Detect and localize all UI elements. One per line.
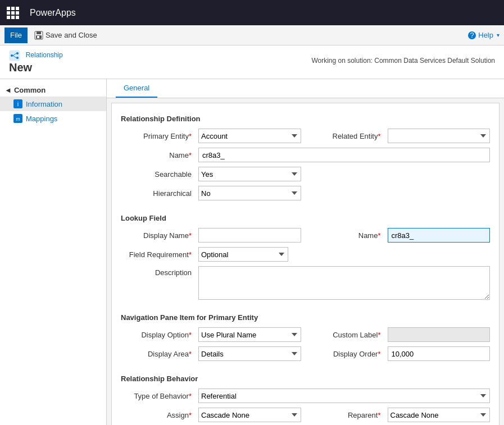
col-description: Description: [121, 266, 490, 300]
row-searchable: Searchable Yes No: [121, 167, 490, 181]
primary-entity-select[interactable]: Account: [198, 129, 301, 143]
row-primary-related-entity: Primary Entity* Account Related Entity*: [121, 129, 490, 143]
type-of-behavior-select[interactable]: Referential Parental Configurable Cascad…: [198, 389, 490, 403]
display-name-label: Display Name*: [121, 231, 194, 240]
row-field-requirement: Field Requirement* Optional Required Rec…: [121, 247, 490, 262]
col-field-requirement: Field Requirement* Optional Required Rec…: [121, 247, 301, 262]
col-name: Name*: [121, 148, 490, 162]
col-display-name: Display Name*: [121, 228, 301, 243]
field-requirement-label: Field Requirement*: [121, 250, 194, 259]
page-body: ◄ Common Information Mappings General Re…: [0, 79, 504, 425]
searchable-select[interactable]: Yes No: [198, 167, 301, 181]
section-chevron: ◄: [4, 86, 12, 94]
form-area: Relationship Definition Primary Entity* …: [111, 103, 500, 425]
related-entity-wrap: [388, 129, 491, 143]
tab-general[interactable]: General: [116, 79, 157, 98]
row-display-area-order: Display Area* Details Sales Service Mark…: [121, 346, 490, 361]
relationship-icon: [9, 50, 20, 61]
save-icon: [34, 31, 43, 40]
command-bar: File Save and Close ? Help ▾: [0, 25, 504, 45]
reparent-label: Reparent*: [310, 411, 383, 419]
name-label: Name*: [121, 151, 194, 159]
sidebar: ◄ Common Information Mappings: [0, 79, 107, 425]
custom-label-input[interactable]: [388, 327, 491, 342]
svg-rect-1: [37, 31, 41, 34]
hierarchical-label: Hierarchical: [121, 189, 194, 198]
lookup-name-label: Name*: [310, 231, 383, 240]
information-icon: [13, 99, 22, 108]
display-area-label: Display Area*: [121, 350, 194, 358]
description-label: Description: [121, 266, 194, 277]
row-name: Name*: [121, 148, 490, 162]
row-display-name-name: Display Name* Name*: [121, 228, 490, 243]
reparent-select[interactable]: Cascade None Cascade All: [388, 408, 491, 422]
row-hierarchical: Hierarchical No Yes: [121, 186, 490, 200]
col-custom-label: Custom Label*: [310, 327, 491, 342]
row-type-of-behavior: Type of Behavior* Referential Parental C…: [121, 389, 490, 403]
breadcrumb-area: Relationship New: [9, 50, 63, 74]
col-display-area: Display Area* Details Sales Service Mark…: [121, 346, 301, 361]
page-title: New: [9, 61, 63, 74]
assign-label: Assign*: [121, 411, 194, 419]
help-chevron: ▾: [497, 32, 500, 38]
breadcrumb-label[interactable]: Relationship: [26, 51, 63, 59]
lookup-display-name-input[interactable]: [198, 228, 301, 243]
app-title: PowerApps: [25, 8, 76, 18]
save-close-button[interactable]: Save and Close: [30, 29, 102, 42]
lookup-name-input[interactable]: [388, 228, 491, 243]
primary-entity-label: Primary Entity*: [121, 132, 194, 140]
svg-rect-3: [37, 36, 39, 38]
sidebar-item-mappings[interactable]: Mappings: [0, 111, 106, 126]
col-related-entity: Related Entity*: [310, 129, 491, 143]
assign-select[interactable]: Cascade None Cascade All: [198, 408, 301, 422]
primary-entity-wrap: Account: [198, 129, 301, 143]
svg-point-7: [11, 54, 13, 57]
col-hierarchical: Hierarchical No Yes: [121, 186, 301, 200]
custom-label-label: Custom Label*: [310, 331, 383, 339]
section-navigation-pane: Navigation Pane Item for Primary Entity: [121, 313, 490, 322]
svg-point-9: [16, 57, 19, 59]
help-icon: ?: [467, 31, 476, 40]
related-entity-label: Related Entity*: [310, 132, 383, 140]
hierarchical-select[interactable]: No Yes: [198, 186, 301, 200]
row-display-option-custom-label: Display Option* Use Plural Name Use Cust…: [121, 327, 490, 342]
col-searchable: Searchable Yes No: [121, 167, 301, 181]
row-description: Description: [121, 266, 490, 300]
waffle-button[interactable]: [0, 0, 25, 25]
display-order-input[interactable]: [388, 346, 491, 361]
searchable-label: Searchable: [121, 170, 194, 179]
col-type-of-behavior: Type of Behavior* Referential Parental C…: [121, 389, 490, 403]
cmd-left: File Save and Close: [4, 28, 102, 43]
col-assign: Assign* Cascade None Cascade All: [121, 408, 301, 422]
mappings-icon: [13, 114, 22, 123]
related-entity-select[interactable]: [388, 129, 491, 143]
col-display-order: Display Order*: [310, 346, 491, 361]
page-header: Relationship New Working on solution: Co…: [0, 45, 504, 79]
name-input[interactable]: [198, 148, 490, 162]
section-lookup-field: Lookup Field: [121, 214, 490, 222]
col-primary-entity: Primary Entity* Account: [121, 129, 301, 143]
svg-point-8: [16, 52, 19, 54]
display-order-label: Display Order*: [310, 350, 383, 358]
display-option-select[interactable]: Use Plural Name Use Custom Label Do Not …: [198, 327, 301, 342]
file-button[interactable]: File: [4, 28, 28, 43]
section-relationship-definition: Relationship Definition: [121, 115, 490, 123]
display-option-label: Display Option*: [121, 331, 194, 339]
main-content: General Relationship Definition Primary …: [107, 79, 504, 425]
col-reparent: Reparent* Cascade None Cascade All: [310, 408, 491, 422]
help-button[interactable]: ? Help ▾: [467, 31, 500, 40]
description-textarea[interactable]: [198, 266, 490, 300]
type-of-behavior-label: Type of Behavior*: [121, 392, 194, 400]
page: Relationship New Working on solution: Co…: [0, 45, 504, 425]
field-requirement-select[interactable]: Optional Required Recommended: [198, 247, 288, 262]
top-bar: PowerApps: [0, 0, 504, 25]
display-area-select[interactable]: Details Sales Service Marketing: [198, 346, 301, 361]
sidebar-item-information[interactable]: Information: [0, 97, 106, 111]
tab-bar: General: [107, 79, 504, 98]
sidebar-section-common[interactable]: ◄ Common: [0, 84, 106, 97]
col-lookup-name: Name*: [310, 228, 491, 243]
working-on-label: Working on solution: Common Data Service…: [311, 50, 495, 65]
col-display-option: Display Option* Use Plural Name Use Cust…: [121, 327, 301, 342]
section-relationship-behavior: Relationship Behavior: [121, 374, 490, 383]
svg-text:?: ?: [470, 31, 474, 39]
